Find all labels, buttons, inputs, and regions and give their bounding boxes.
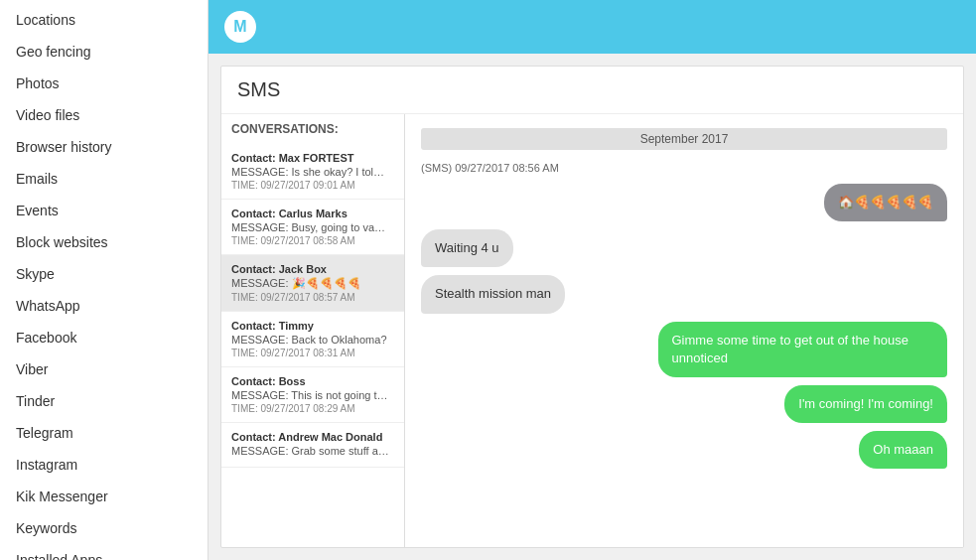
chat-bubble: Waiting 4 u — [421, 229, 513, 267]
sidebar-item-geo-fencing[interactable]: Geo fencing — [0, 36, 208, 68]
conv-contact-name: Contact: Carlus Marks — [231, 208, 394, 219]
conversation-item[interactable]: Contact: BossMESSAGE: This is not going … — [221, 367, 404, 423]
conv-message-preview: MESSAGE: 🎉🍕🍕🍕🍕 — [231, 277, 390, 290]
sidebar-item-video-files[interactable]: Video files — [0, 99, 208, 131]
sidebar-item-telegram[interactable]: Telegram — [0, 417, 208, 449]
sidebar-item-photos[interactable]: Photos — [0, 68, 208, 99]
conversation-item[interactable]: Contact: Max FORTESTMESSAGE: Is she okay… — [221, 144, 404, 200]
conv-message-preview: MESSAGE: Is she okay? I told her that t.… — [231, 166, 390, 178]
conversation-item[interactable]: Contact: Andrew Mac DonaldMESSAGE: Grab … — [221, 423, 404, 468]
conversation-item[interactable]: Contact: Carlus MarksMESSAGE: Busy, goin… — [221, 200, 404, 255]
conversations-list: CONVERSATIONS: Contact: Max FORTESTMESSA… — [221, 114, 405, 547]
conv-contact-name: Contact: Boss — [231, 375, 394, 387]
main-content: M SMS CONVERSATIONS: Contact: Max FORTES… — [209, 0, 976, 560]
conv-time: TIME: 09/27/2017 08:58 AM — [231, 235, 394, 246]
sidebar-item-skype[interactable]: Skype — [0, 258, 208, 290]
chat-bubble: Gimme some time to get out of the house … — [658, 322, 948, 377]
sidebar: LocationsGeo fencingPhotosVideo filesBro… — [0, 0, 209, 560]
chat-bubble: Oh maaan — [859, 431, 947, 469]
sidebar-item-keywords[interactable]: Keywords — [0, 512, 208, 544]
sms-panel: SMS CONVERSATIONS: Contact: Max FORTESTM… — [220, 66, 964, 548]
conv-contact-name: Contact: Max FORTEST — [231, 152, 394, 164]
sidebar-item-instagram[interactable]: Instagram — [0, 449, 208, 481]
conv-contact-name: Contact: Andrew Mac Donald — [231, 431, 394, 443]
sidebar-item-emails[interactable]: Emails — [0, 163, 208, 195]
chat-bubble: 🏠🍕🍕🍕🍕🍕 — [824, 184, 947, 221]
conversations-header: CONVERSATIONS: — [221, 114, 404, 144]
conv-time: TIME: 09/27/2017 08:57 AM — [231, 292, 394, 303]
sidebar-item-facebook[interactable]: Facebook — [0, 322, 208, 353]
conv-time: TIME: 09/27/2017 09:01 AM — [231, 180, 394, 191]
conversation-item[interactable]: Contact: Jack BoxMESSAGE: 🎉🍕🍕🍕🍕TIME: 09/… — [221, 255, 404, 312]
conv-contact-name: Contact: Timmy — [231, 320, 394, 332]
chat-area: September 2017(SMS) 09/27/2017 08:56 AM🏠… — [405, 114, 963, 547]
chat-bubble: Stealth mission man — [421, 275, 565, 313]
sidebar-item-kik-messenger[interactable]: Kik Messenger — [0, 481, 208, 512]
sidebar-item-installed-apps[interactable]: Installed Apps — [0, 544, 208, 560]
sms-title: SMS — [221, 67, 963, 114]
sidebar-item-events[interactable]: Events — [0, 195, 208, 226]
conversation-item[interactable]: Contact: TimmyMESSAGE: Back to Oklahoma?… — [221, 312, 404, 367]
conv-contact-name: Contact: Jack Box — [231, 263, 394, 275]
sidebar-item-browser-history[interactable]: Browser history — [0, 131, 208, 163]
conv-time: TIME: 09/27/2017 08:29 AM — [231, 403, 394, 414]
sidebar-item-locations[interactable]: Locations — [0, 4, 208, 36]
sidebar-item-viber[interactable]: Viber — [0, 353, 208, 385]
conv-message-preview: MESSAGE: Back to Oklahoma? — [231, 334, 390, 346]
conv-time: TIME: 09/27/2017 08:31 AM — [231, 348, 394, 358]
topbar: M — [209, 0, 976, 54]
conv-message-preview: MESSAGE: Grab some stuff and I'll meet — [231, 445, 390, 457]
sidebar-item-block-websites[interactable]: Block websites — [0, 226, 208, 258]
chat-bubble: I'm coming! I'm coming! — [784, 385, 947, 423]
topbar-logo: M — [224, 11, 256, 43]
conv-message-preview: MESSAGE: Busy, going to vacation — [231, 221, 390, 233]
sidebar-item-tinder[interactable]: Tinder — [0, 385, 208, 417]
sidebar-item-whatsapp[interactable]: WhatsApp — [0, 290, 208, 322]
sms-meta: (SMS) 09/27/2017 08:56 AM — [421, 162, 947, 174]
sms-body: CONVERSATIONS: Contact: Max FORTESTMESSA… — [221, 114, 963, 547]
conv-message-preview: MESSAGE: This is not going to happen! — [231, 389, 390, 401]
date-separator: September 2017 — [421, 128, 947, 150]
